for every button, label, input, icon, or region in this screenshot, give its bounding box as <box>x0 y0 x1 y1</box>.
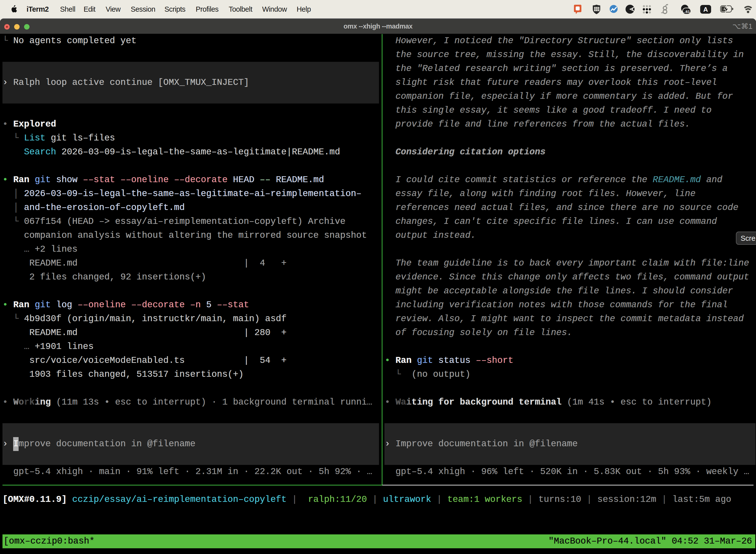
svg-text:..61: ..61 <box>684 9 690 14</box>
svg-text:A: A <box>703 6 708 13</box>
